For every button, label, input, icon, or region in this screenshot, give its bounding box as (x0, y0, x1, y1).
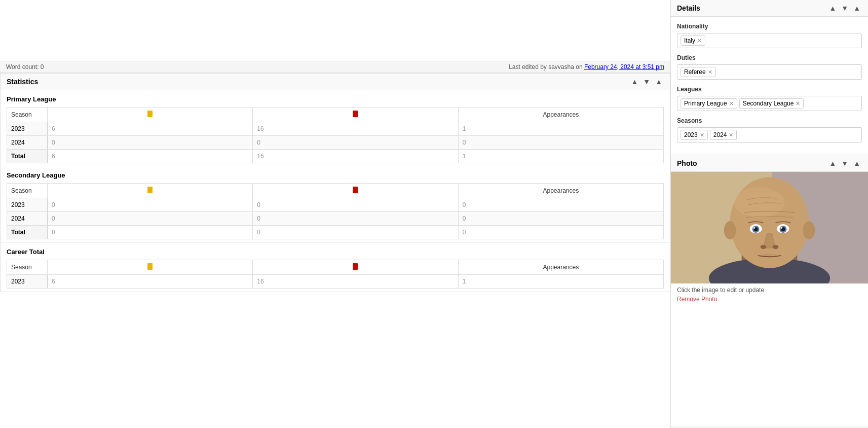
primary-total-red-input[interactable] (253, 150, 458, 163)
photo-image[interactable] (671, 172, 868, 283)
primary-2024-yellow-cell[interactable] (48, 136, 253, 150)
secondary-total-yellow-input[interactable] (48, 226, 252, 239)
primary-2024-yellow-input[interactable] (48, 136, 252, 149)
secondary-total-appearances-cell[interactable] (458, 226, 663, 239)
primary-total-yellow-cell[interactable] (48, 150, 253, 163)
details-panel-header: Details ▲ ▼ ▲ (671, 0, 868, 17)
secondary-league-section: Secondary League Season Appearances 2023 (1, 166, 670, 242)
details-collapse-btn[interactable]: ▲ (852, 4, 862, 12)
word-count-label: Word count: 0 (6, 63, 44, 70)
primary-2023-yellow-cell[interactable] (48, 122, 253, 136)
season-col-header: Season (7, 108, 48, 122)
career-total-section: Career Total Season Appearances 2023 (1, 242, 670, 292)
career-2023-appearances-cell[interactable] (458, 275, 663, 289)
secondary-2024-season: 2024 (7, 212, 48, 226)
secondary-2024-yellow-cell[interactable] (48, 212, 253, 226)
career-2023-yellow-cell[interactable] (48, 275, 253, 289)
details-up-btn[interactable]: ▲ (827, 4, 838, 12)
leagues-tag-secondary-value: Secondary League (743, 100, 794, 107)
secondary-2023-red-input[interactable] (253, 198, 458, 211)
primary-2023-yellow-input[interactable] (48, 122, 252, 135)
primary-2024-season: 2024 (7, 136, 48, 150)
right-sidebar: Details ▲ ▼ ▲ Nationality Italy ✕ Duties… (670, 0, 868, 428)
top-area (0, 0, 670, 61)
primary-league-section: Primary League Season Appearances 2023 (1, 90, 670, 166)
primary-2023-row: 2023 (7, 122, 664, 136)
secondary-2023-appearances-cell[interactable] (458, 198, 663, 212)
secondary-2024-appearances-cell[interactable] (458, 212, 663, 226)
svg-point-17 (724, 221, 736, 239)
photo-panel: Photo ▲ ▼ ▲ (671, 155, 868, 428)
seasons-tag-2024-remove[interactable]: ✕ (729, 132, 733, 138)
details-panel-controls: ▲ ▼ ▲ (827, 4, 862, 12)
secondary-2023-yellow-input[interactable] (48, 198, 252, 211)
leagues-tag-primary: Primary League ✕ (681, 98, 737, 109)
primary-total-appearances-cell[interactable] (458, 150, 663, 163)
statistics-down-btn[interactable]: ▼ (641, 78, 652, 86)
appearances-col-header: Appearances (458, 108, 663, 122)
seasons-label: Seasons (677, 117, 862, 124)
photo-up-btn[interactable]: ▲ (827, 159, 838, 167)
statistics-title: Statistics (7, 78, 38, 86)
main-content: Word count: 0 Last edited by savvasha on… (0, 0, 670, 428)
primary-2023-appearances-cell[interactable] (458, 122, 663, 136)
photo-down-btn[interactable]: ▼ (840, 159, 850, 167)
primary-total-row: Total (7, 150, 664, 163)
primary-2024-appearances-input[interactable] (459, 136, 663, 149)
secondary-2024-appearances-input[interactable] (459, 212, 663, 225)
career-2023-red-input[interactable] (253, 275, 458, 288)
secondary-2024-red-cell[interactable] (253, 212, 458, 226)
secondary-total-red-cell[interactable] (253, 226, 458, 239)
secondary-2024-red-input[interactable] (253, 212, 458, 225)
secondary-2023-yellow-cell[interactable] (48, 198, 253, 212)
primary-2023-red-input[interactable] (253, 122, 458, 135)
primary-2023-red-cell[interactable] (253, 122, 458, 136)
last-edited-date-link[interactable]: February 24, 2024 at 3:51 pm (584, 63, 664, 70)
leagues-tag-input[interactable]: Primary League ✕ Secondary League ✕ (677, 96, 862, 111)
primary-2024-red-cell[interactable] (253, 136, 458, 150)
sec-yellow-col-header (48, 184, 253, 198)
leagues-tag-secondary-remove[interactable]: ✕ (796, 101, 800, 106)
details-down-btn[interactable]: ▼ (840, 4, 850, 12)
primary-2024-red-input[interactable] (253, 136, 458, 149)
career-red-card-icon (353, 263, 358, 270)
primary-total-appearances-input[interactable] (459, 150, 663, 163)
nationality-label: Nationality (677, 23, 862, 30)
career-2023-appearances-input[interactable] (459, 275, 663, 288)
duties-tag-referee-remove[interactable]: ✕ (708, 69, 712, 75)
career-2023-red-cell[interactable] (253, 275, 458, 289)
photo-panel-header: Photo ▲ ▼ ▲ (671, 155, 868, 172)
career-yellow-card-icon (147, 263, 153, 270)
primary-total-red-cell[interactable] (253, 150, 458, 163)
leagues-tag-primary-remove[interactable]: ✕ (729, 101, 734, 106)
seasons-tag-input[interactable]: 2023 ✕ 2024 ✕ (677, 127, 862, 142)
nationality-tag-italy-remove[interactable]: ✕ (697, 38, 702, 44)
primary-2023-season: 2023 (7, 122, 48, 136)
yellow-col-header (48, 108, 253, 122)
seasons-tag-2023-remove[interactable]: ✕ (700, 132, 704, 138)
sec-red-col-header (253, 184, 458, 198)
secondary-2024-yellow-input[interactable] (48, 212, 252, 225)
photo-collapse-btn[interactable]: ▲ (852, 159, 862, 167)
primary-2023-appearances-input[interactable] (459, 122, 663, 135)
duties-tag-input[interactable]: Referee ✕ (677, 64, 862, 80)
primary-2024-appearances-cell[interactable] (458, 136, 663, 150)
secondary-2024-row: 2024 (7, 212, 664, 226)
statistics-up-btn[interactable]: ▲ (629, 78, 639, 86)
primary-total-yellow-input[interactable] (48, 150, 252, 163)
secondary-total-red-input[interactable] (253, 226, 458, 239)
secondary-total-yellow-cell[interactable] (48, 226, 253, 239)
sec-season-col-header: Season (7, 184, 48, 198)
secondary-total-appearances-input[interactable] (459, 226, 663, 239)
secondary-2023-appearances-input[interactable] (459, 198, 663, 211)
statistics-collapse-btn[interactable]: ▲ (654, 78, 664, 86)
primary-2024-row: 2024 (7, 136, 664, 150)
secondary-2023-red-cell[interactable] (253, 198, 458, 212)
career-2023-row: 2023 (7, 275, 664, 289)
nationality-tag-input[interactable]: Italy ✕ (677, 33, 862, 48)
career-2023-yellow-input[interactable] (48, 275, 252, 288)
secondary-league-table: Season Appearances 2023 2024 (7, 183, 664, 239)
svg-point-15 (761, 245, 767, 249)
photo-remove-link[interactable]: Remove Photo (671, 295, 868, 308)
details-panel: Details ▲ ▼ ▲ Nationality Italy ✕ Duties… (671, 0, 868, 155)
